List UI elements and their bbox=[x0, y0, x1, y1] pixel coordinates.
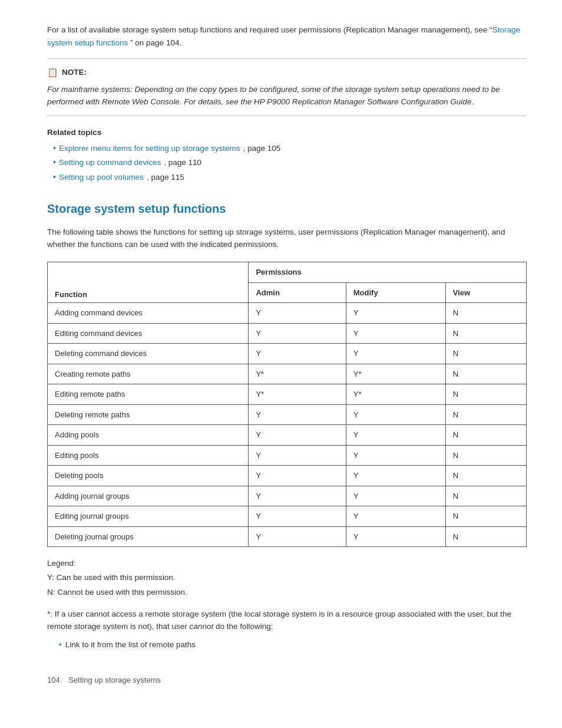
modify-cell: Y bbox=[346, 323, 445, 344]
footer-section: Setting up storage systems bbox=[68, 676, 161, 684]
table-row: Editing journal groups Y Y N bbox=[48, 506, 527, 527]
function-col-header: Function bbox=[48, 262, 249, 303]
view-cell: N bbox=[445, 425, 526, 446]
admin-cell: Y* bbox=[249, 364, 346, 384]
function-cell: Deleting command devices bbox=[48, 344, 249, 364]
view-cell: N bbox=[445, 526, 526, 547]
table-row: Editing command devices Y Y N bbox=[48, 323, 527, 344]
function-cell: Editing journal groups bbox=[48, 506, 249, 527]
list-item: Link to it from the list of remote paths bbox=[59, 639, 527, 651]
related-suffix-1: , page 105 bbox=[243, 143, 281, 154]
section-intro: The following table shows the functions … bbox=[47, 226, 527, 251]
table-row: Deleting remote paths Y Y N bbox=[48, 404, 527, 425]
function-cell: Deleting remote paths bbox=[48, 404, 249, 425]
admin-cell: Y bbox=[249, 404, 346, 425]
related-link-1[interactable]: Explorer menu items for setting up stora… bbox=[59, 143, 240, 154]
note-text-end: . bbox=[471, 97, 474, 106]
view-cell: N bbox=[445, 466, 526, 486]
admin-cell: Y bbox=[249, 486, 346, 506]
modify-cell: Y bbox=[346, 466, 445, 486]
modify-col-header: Modify bbox=[346, 282, 445, 303]
intro-text-after: ” on page 104. bbox=[128, 38, 181, 47]
modify-cell: Y bbox=[346, 404, 445, 425]
asterisk-note: *: If a user cannot access a remote stor… bbox=[47, 608, 527, 633]
view-cell: N bbox=[445, 445, 526, 466]
related-suffix-2: , page 110 bbox=[164, 157, 201, 169]
table-row: Adding pools Y Y N bbox=[48, 425, 527, 446]
admin-cell: Y bbox=[249, 323, 346, 344]
admin-cell: Y bbox=[249, 466, 346, 486]
bottom-list: Link to it from the list of remote paths bbox=[47, 639, 527, 651]
function-cell: Editing pools bbox=[48, 445, 249, 466]
related-link-3[interactable]: Setting up pool volumes bbox=[59, 172, 144, 183]
table-row: Adding command devices Y Y N bbox=[48, 303, 527, 324]
intro-paragraph: For a list of available storage system s… bbox=[47, 24, 527, 49]
admin-cell: Y bbox=[249, 344, 346, 364]
admin-cell: Y bbox=[249, 506, 346, 527]
function-cell: Adding command devices bbox=[48, 303, 249, 324]
note-header: 📋 NOTE: bbox=[47, 66, 527, 80]
note-box: 📋 NOTE: For mainframe systems: Depending… bbox=[47, 58, 527, 116]
permissions-header: Permissions bbox=[249, 262, 527, 283]
function-cell: Adding pools bbox=[48, 425, 249, 446]
legend-n: N: Cannot be used with this permission. bbox=[47, 587, 527, 598]
modify-cell: Y bbox=[346, 425, 445, 446]
modify-cell: Y bbox=[346, 445, 445, 466]
view-cell: N bbox=[445, 303, 526, 324]
function-cell: Deleting journal groups bbox=[48, 526, 249, 547]
table-row: Editing remote paths Y* Y* N bbox=[48, 384, 527, 405]
view-cell: N bbox=[445, 506, 526, 527]
list-item: Setting up pool volumes, page 115 bbox=[53, 171, 527, 183]
view-cell: N bbox=[445, 344, 526, 364]
modify-cell: Y bbox=[346, 526, 445, 547]
view-col-header: View bbox=[445, 282, 526, 303]
modify-cell: Y* bbox=[346, 364, 445, 384]
function-cell: Editing command devices bbox=[48, 323, 249, 344]
list-item: Setting up command devices, page 110 bbox=[53, 156, 527, 169]
modify-cell: Y bbox=[346, 506, 445, 527]
view-cell: N bbox=[445, 486, 526, 506]
admin-cell: Y bbox=[249, 303, 346, 324]
related-topics-list: Explorer menu items for setting up stora… bbox=[47, 142, 527, 183]
table-row: Creating remote paths Y* Y* N bbox=[48, 364, 527, 384]
related-link-2[interactable]: Setting up command devices bbox=[59, 157, 161, 169]
table-row: Deleting journal groups Y Y N bbox=[48, 526, 527, 547]
table-row: Adding journal groups Y Y N bbox=[48, 486, 527, 506]
view-cell: N bbox=[445, 404, 526, 425]
note-icon: 📋 bbox=[47, 66, 58, 80]
admin-col-header: Admin bbox=[249, 282, 346, 303]
modify-cell: Y* bbox=[346, 384, 445, 405]
view-cell: N bbox=[445, 323, 526, 344]
related-topics-title: Related topics bbox=[47, 127, 527, 139]
table-row: Deleting pools Y Y N bbox=[48, 466, 527, 486]
modify-cell: Y bbox=[346, 344, 445, 364]
admin-cell: Y bbox=[249, 526, 346, 547]
table-row: Editing pools Y Y N bbox=[48, 445, 527, 466]
permissions-table: Function Permissions Admin Modify View A… bbox=[47, 262, 527, 547]
view-cell: N bbox=[445, 364, 526, 384]
function-cell: Adding journal groups bbox=[48, 486, 249, 506]
bottom-list-item-1: Link to it from the list of remote paths bbox=[65, 639, 196, 651]
table-header-row-1: Function Permissions bbox=[48, 262, 527, 283]
note-italic-title: HP P9000 Replication Manager Software Co… bbox=[254, 97, 471, 106]
modify-cell: Y bbox=[346, 486, 445, 506]
section-heading: Storage system setup functions bbox=[47, 200, 527, 218]
view-cell: N bbox=[445, 384, 526, 405]
function-cell: Creating remote paths bbox=[48, 364, 249, 384]
note-body: For mainframe systems: Depending on the … bbox=[47, 83, 527, 108]
legend-y: Y: Can be used with this permission. bbox=[47, 572, 527, 584]
admin-cell: Y bbox=[249, 445, 346, 466]
asterisk-italic: cannot bbox=[190, 622, 214, 631]
legend-section: Legend: Y: Can be used with this permiss… bbox=[47, 558, 527, 598]
page-number: 104 bbox=[47, 676, 60, 684]
related-suffix-3: , page 115 bbox=[147, 172, 184, 183]
related-topics-section: Related topics Explorer menu items for s… bbox=[47, 127, 527, 183]
function-cell: Deleting pools bbox=[48, 466, 249, 486]
table-body: Adding command devices Y Y N Editing com… bbox=[48, 303, 527, 547]
list-item: Explorer menu items for setting up stora… bbox=[53, 142, 527, 154]
modify-cell: Y bbox=[346, 303, 445, 324]
admin-cell: Y bbox=[249, 425, 346, 446]
legend-title: Legend: bbox=[47, 558, 527, 569]
asterisk-text2: do the following: bbox=[213, 622, 273, 631]
note-label: NOTE: bbox=[62, 67, 87, 78]
